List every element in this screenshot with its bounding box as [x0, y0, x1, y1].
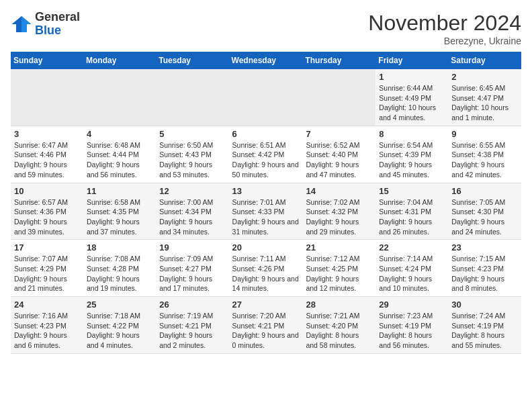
day-info: Sunrise: 7:08 AM Sunset: 4:28 PM Dayligh…: [87, 254, 152, 293]
day-info: Sunrise: 7:12 AM Sunset: 4:25 PM Dayligh…: [306, 254, 372, 293]
day-cell: 12Sunrise: 7:00 AM Sunset: 4:34 PM Dayli…: [156, 183, 228, 240]
week-row-4: 17Sunrise: 7:07 AM Sunset: 4:29 PM Dayli…: [11, 240, 521, 297]
col-friday: Friday: [375, 52, 448, 69]
day-info: Sunrise: 7:24 AM Sunset: 4:19 PM Dayligh…: [451, 311, 518, 351]
day-number: 26: [159, 300, 225, 310]
day-number: 6: [232, 129, 300, 139]
day-cell: 22Sunrise: 7:14 AM Sunset: 4:24 PM Dayli…: [375, 240, 448, 297]
day-info: Sunrise: 7:09 AM Sunset: 4:27 PM Dayligh…: [159, 254, 225, 293]
calendar-body: 1Sunrise: 6:44 AM Sunset: 4:49 PM Daylig…: [11, 69, 521, 353]
day-number: 1: [379, 72, 445, 82]
day-info: Sunrise: 6:57 AM Sunset: 4:36 PM Dayligh…: [14, 197, 80, 237]
day-cell: 6Sunrise: 6:51 AM Sunset: 4:42 PM Daylig…: [229, 126, 303, 183]
day-info: Sunrise: 7:00 AM Sunset: 4:34 PM Dayligh…: [159, 197, 225, 237]
col-thursday: Thursday: [302, 52, 375, 69]
day-number: 13: [232, 186, 300, 196]
day-number: 4: [87, 129, 152, 139]
day-info: Sunrise: 6:48 AM Sunset: 4:44 PM Dayligh…: [87, 140, 152, 180]
day-number: 18: [87, 242, 152, 253]
calendar-header: Sunday Monday Tuesday Wednesday Thursday…: [11, 52, 521, 69]
day-cell: 1Sunrise: 6:44 AM Sunset: 4:49 PM Daylig…: [375, 69, 448, 126]
day-number: 3: [14, 129, 80, 139]
day-info: Sunrise: 7:04 AM Sunset: 4:31 PM Dayligh…: [379, 197, 445, 237]
day-info: Sunrise: 7:20 AM Sunset: 4:21 PM Dayligh…: [232, 311, 300, 351]
day-info: Sunrise: 6:45 AM Sunset: 4:47 PM Dayligh…: [451, 83, 518, 123]
week-row-1: 1Sunrise: 6:44 AM Sunset: 4:49 PM Daylig…: [11, 69, 521, 126]
day-cell: 15Sunrise: 7:04 AM Sunset: 4:31 PM Dayli…: [375, 183, 448, 240]
day-cell: 16Sunrise: 7:05 AM Sunset: 4:30 PM Dayli…: [448, 183, 521, 240]
day-cell: 28Sunrise: 7:21 AM Sunset: 4:20 PM Dayli…: [302, 297, 375, 354]
logo-text: General Blue: [35, 11, 80, 38]
logo-icon: [11, 13, 32, 35]
day-number: 2: [451, 72, 518, 82]
week-row-5: 24Sunrise: 7:16 AM Sunset: 4:23 PM Dayli…: [11, 297, 521, 354]
day-number: 28: [306, 300, 372, 310]
day-info: Sunrise: 7:16 AM Sunset: 4:23 PM Dayligh…: [14, 311, 80, 351]
day-cell: 7Sunrise: 6:52 AM Sunset: 4:40 PM Daylig…: [302, 126, 375, 183]
day-number: 9: [451, 129, 518, 139]
day-info: Sunrise: 7:05 AM Sunset: 4:30 PM Dayligh…: [451, 197, 518, 237]
day-cell: 23Sunrise: 7:15 AM Sunset: 4:23 PM Dayli…: [448, 240, 521, 297]
week-row-2: 3Sunrise: 6:47 AM Sunset: 4:46 PM Daylig…: [11, 126, 521, 183]
day-number: 10: [14, 186, 80, 196]
day-cell: 5Sunrise: 6:50 AM Sunset: 4:43 PM Daylig…: [156, 126, 228, 183]
day-info: Sunrise: 7:23 AM Sunset: 4:19 PM Dayligh…: [379, 311, 445, 351]
day-info: Sunrise: 6:47 AM Sunset: 4:46 PM Dayligh…: [14, 140, 80, 180]
day-cell: 24Sunrise: 7:16 AM Sunset: 4:23 PM Dayli…: [11, 297, 83, 354]
svg-marker-1: [21, 16, 31, 32]
day-number: 15: [379, 186, 445, 196]
day-number: 24: [14, 300, 80, 310]
day-cell: 3Sunrise: 6:47 AM Sunset: 4:46 PM Daylig…: [11, 126, 83, 183]
day-number: 16: [451, 186, 518, 196]
day-number: 11: [87, 186, 152, 196]
day-cell: 4Sunrise: 6:48 AM Sunset: 4:44 PM Daylig…: [83, 126, 156, 183]
location: Berezyne, Ukraine: [368, 36, 521, 46]
day-info: Sunrise: 6:51 AM Sunset: 4:42 PM Dayligh…: [232, 140, 300, 180]
day-number: 29: [379, 300, 445, 310]
day-number: 23: [451, 242, 518, 253]
day-number: 12: [159, 186, 225, 196]
day-number: 20: [232, 242, 300, 253]
day-cell: 26Sunrise: 7:19 AM Sunset: 4:21 PM Dayli…: [156, 297, 228, 354]
day-cell: 2Sunrise: 6:45 AM Sunset: 4:47 PM Daylig…: [448, 69, 521, 126]
day-cell: 29Sunrise: 7:23 AM Sunset: 4:19 PM Dayli…: [375, 297, 448, 354]
day-cell: 9Sunrise: 6:55 AM Sunset: 4:38 PM Daylig…: [448, 126, 521, 183]
day-number: 5: [159, 129, 225, 139]
title-block: November 2024 Berezyne, Ukraine: [368, 11, 521, 46]
header-row: Sunday Monday Tuesday Wednesday Thursday…: [11, 52, 521, 69]
logo: General Blue: [11, 11, 80, 38]
day-info: Sunrise: 7:02 AM Sunset: 4:32 PM Dayligh…: [306, 197, 372, 237]
day-cell: [11, 69, 83, 126]
week-row-3: 10Sunrise: 6:57 AM Sunset: 4:36 PM Dayli…: [11, 183, 521, 240]
day-cell: 18Sunrise: 7:08 AM Sunset: 4:28 PM Dayli…: [83, 240, 156, 297]
day-info: Sunrise: 7:14 AM Sunset: 4:24 PM Dayligh…: [379, 254, 445, 293]
day-cell: 8Sunrise: 6:54 AM Sunset: 4:39 PM Daylig…: [375, 126, 448, 183]
day-cell: 11Sunrise: 6:58 AM Sunset: 4:35 PM Dayli…: [83, 183, 156, 240]
day-cell: 19Sunrise: 7:09 AM Sunset: 4:27 PM Dayli…: [156, 240, 228, 297]
calendar-table: Sunday Monday Tuesday Wednesday Thursday…: [11, 52, 521, 354]
day-cell: 21Sunrise: 7:12 AM Sunset: 4:25 PM Dayli…: [302, 240, 375, 297]
day-info: Sunrise: 6:55 AM Sunset: 4:38 PM Dayligh…: [451, 140, 518, 180]
col-tuesday: Tuesday: [156, 52, 228, 69]
day-cell: 10Sunrise: 6:57 AM Sunset: 4:36 PM Dayli…: [11, 183, 83, 240]
col-saturday: Saturday: [448, 52, 521, 69]
day-info: Sunrise: 7:21 AM Sunset: 4:20 PM Dayligh…: [306, 311, 372, 351]
day-number: 30: [451, 300, 518, 310]
col-wednesday: Wednesday: [229, 52, 303, 69]
day-info: Sunrise: 7:07 AM Sunset: 4:29 PM Dayligh…: [14, 254, 80, 293]
day-number: 27: [232, 300, 300, 310]
day-cell: 20Sunrise: 7:11 AM Sunset: 4:26 PM Dayli…: [229, 240, 303, 297]
day-info: Sunrise: 7:15 AM Sunset: 4:23 PM Dayligh…: [451, 254, 518, 293]
day-cell: [302, 69, 375, 126]
day-number: 19: [159, 242, 225, 253]
day-number: 7: [306, 129, 372, 139]
day-cell: 14Sunrise: 7:02 AM Sunset: 4:32 PM Dayli…: [302, 183, 375, 240]
col-monday: Monday: [83, 52, 156, 69]
day-number: 25: [87, 300, 152, 310]
day-info: Sunrise: 7:18 AM Sunset: 4:22 PM Dayligh…: [87, 311, 152, 351]
day-cell: 27Sunrise: 7:20 AM Sunset: 4:21 PM Dayli…: [229, 297, 303, 354]
day-info: Sunrise: 6:58 AM Sunset: 4:35 PM Dayligh…: [87, 197, 152, 237]
day-cell: 17Sunrise: 7:07 AM Sunset: 4:29 PM Dayli…: [11, 240, 83, 297]
day-cell: 30Sunrise: 7:24 AM Sunset: 4:19 PM Dayli…: [448, 297, 521, 354]
day-number: 14: [306, 186, 372, 196]
